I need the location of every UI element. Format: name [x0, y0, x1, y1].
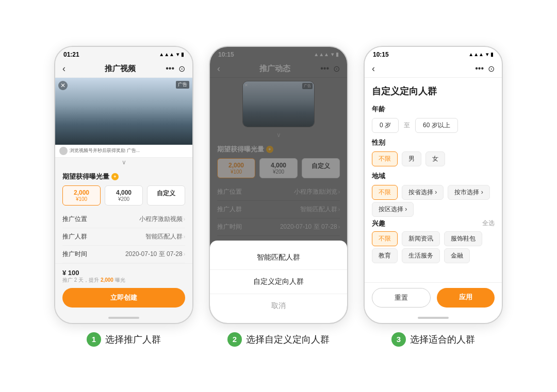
- form-label-1-2: 推广时间: [62, 250, 87, 259]
- phone-frame-1: 01:21 ▲▲▲ ▾ ▮ ‹ 推广视频 ••• ⊙: [54, 46, 193, 324]
- arrow-icon-1-1: ›: [184, 234, 185, 240]
- nav-icons-1: ••• ⊙: [166, 64, 185, 74]
- bottom-sheet-2: 智能匹配人群 自定义定向人群 取消: [210, 241, 347, 323]
- phone-section-3: 10:15 ▲▲▲ ▾ ▮ ‹ ••• ⊙ 自定义定向人群: [364, 46, 503, 347]
- custom-title-3: 自定义定向人群: [372, 85, 495, 97]
- interest-tag-3-2[interactable]: 服饰鞋包: [444, 231, 482, 246]
- wifi-icon-3: ▾: [486, 52, 488, 57]
- arrow-icon-1-0: ›: [184, 216, 185, 222]
- form-row-1-1[interactable]: 推广人群 智能匹配人群 ›: [62, 228, 185, 246]
- age-row-3: 0 岁 至 60 岁以上: [372, 118, 495, 133]
- main-container: 01:21 ▲▲▲ ▾ ▮ ‹ 推广视频 ••• ⊙: [21, 46, 536, 347]
- signal-icon: ▲▲▲: [159, 52, 174, 57]
- region-tags-3b: 按区选择 ›: [372, 202, 495, 217]
- footer-price-1: ¥ 100: [62, 269, 79, 277]
- footer-desc-suffix-1: 曝光: [113, 277, 125, 283]
- interest-tag-3-0[interactable]: 不限: [372, 231, 398, 246]
- step-badge-2: 2: [227, 332, 242, 347]
- sheet-item-cancel-2[interactable]: 取消: [210, 294, 347, 318]
- caption-text-2: 选择自定义定向人群: [246, 333, 330, 346]
- back-icon-3[interactable]: ‹: [372, 63, 384, 74]
- gender-tag-3-0[interactable]: 不限: [372, 151, 398, 166]
- home-bar-1: [108, 317, 139, 319]
- sheet-item-2-1[interactable]: 自定义定向人群: [210, 270, 347, 294]
- mini-avatar-1: [59, 147, 68, 155]
- bottom-actions-3: 重置 应用: [365, 282, 502, 313]
- close-btn-1[interactable]: ✕: [58, 81, 68, 90]
- nav-icons-3: ••• ⊙: [475, 64, 495, 74]
- nav-title-1: 推广视频: [75, 64, 166, 74]
- home-bar-3: [418, 317, 449, 319]
- status-icons-1: ▲▲▲ ▾ ▮: [159, 52, 184, 57]
- wifi-icon: ▾: [176, 52, 179, 57]
- back-icon-1[interactable]: ‹: [62, 63, 75, 74]
- target-icon-3[interactable]: ⊙: [488, 64, 495, 74]
- sheet-item-2-0[interactable]: 智能匹配人群: [210, 246, 347, 270]
- form-row-1-2[interactable]: 推广时间 2020-07-10 至 07-28 ›: [62, 246, 185, 263]
- status-icons-3: ▲▲▲ ▾ ▮: [468, 52, 494, 57]
- home-indicator-1: [55, 313, 192, 323]
- phone-footer-1: ¥ 100 推广 2 天，提升 2,000 曝光 立即创建: [55, 263, 192, 313]
- interest-tag-3-5[interactable]: 金融: [444, 248, 470, 263]
- footer-highlight-1: 2,000: [101, 277, 113, 283]
- ad-label-1: 广告: [176, 81, 189, 89]
- create-btn-1[interactable]: 立即创建: [62, 288, 185, 308]
- form-value-1-1: 智能匹配人群 ›: [145, 232, 185, 241]
- form-label-1-0: 推广位置: [62, 215, 87, 224]
- region-tag-3-1[interactable]: 按省选择 ›: [402, 185, 444, 200]
- info-icon-1: +: [111, 173, 119, 180]
- phone-frame-2: 10:15 ▲▲▲ ▾ ▮ ‹ 推广动态 ••• ⊙: [209, 46, 348, 324]
- time-1: 01:21: [63, 51, 79, 58]
- target-icon-1[interactable]: ⊙: [178, 64, 185, 74]
- mini-ad-bar-1: 浏览视频号并秒后获得奖励 广告...: [55, 145, 192, 158]
- more-icon-1[interactable]: •••: [166, 64, 174, 73]
- exposure-btn-1-1[interactable]: 4,000 ¥200: [105, 185, 143, 206]
- age-to-3[interactable]: 60 岁以上: [415, 118, 458, 133]
- form-label-1-1: 推广人群: [62, 232, 87, 241]
- expand-arrow-1[interactable]: ∨: [55, 158, 192, 167]
- interest-tags-3b: 教育 生活服务 金融: [372, 248, 495, 263]
- reset-btn-3[interactable]: 重置: [372, 288, 431, 308]
- gender-tag-3-2[interactable]: 女: [425, 151, 445, 166]
- home-indicator-3: [365, 313, 502, 323]
- step-badge-1: 1: [87, 332, 101, 347]
- caption-2: 2 选择自定义定向人群: [227, 332, 330, 347]
- region-tags-3: 不限 按省选择 › 按市选择 ›: [372, 185, 495, 200]
- more-icon-3[interactable]: •••: [475, 64, 484, 73]
- signal-icon-3: ▲▲▲: [468, 52, 484, 57]
- gender-label-3: 性别: [372, 138, 495, 147]
- region-tag-3-2[interactable]: 按市选择 ›: [448, 185, 489, 200]
- age-sep-3: 至: [404, 121, 410, 130]
- interest-tag-3-3[interactable]: 教育: [372, 248, 398, 263]
- caption-3: 3 选择适合的人群: [391, 332, 475, 347]
- battery-icon-3: ▮: [490, 52, 494, 57]
- caption-text-1: 选择推广人群: [105, 333, 161, 346]
- phone-frame-3: 10:15 ▲▲▲ ▾ ▮ ‹ ••• ⊙ 自定义定向人群: [364, 46, 503, 324]
- region-label-3: 地域: [372, 172, 495, 181]
- phone-section-1: 01:21 ▲▲▲ ▾ ▮ ‹ 推广视频 ••• ⊙: [54, 46, 193, 347]
- apply-btn-3[interactable]: 应用: [437, 288, 495, 308]
- interest-tag-3-4[interactable]: 生活服务: [402, 248, 440, 263]
- exposure-btn-1-2[interactable]: 自定义: [147, 185, 185, 206]
- form-row-1-0[interactable]: 推广位置 小程序激励视频 ›: [62, 211, 185, 228]
- region-tag-3-0[interactable]: 不限: [372, 185, 398, 200]
- footer-desc-prefix-1: 推广 2 天，提升: [62, 277, 101, 283]
- interest-tags-3a: 不限 新闻资讯 服饰鞋包: [372, 231, 495, 246]
- region-tag-3-3[interactable]: 按区选择 ›: [372, 202, 414, 217]
- form-area-1: 期望获得曝光量 + 2,000 ¥100 4,000 ¥200: [55, 167, 192, 263]
- gender-tag-3-1[interactable]: 男: [402, 151, 421, 166]
- footer-info-1: ¥ 100 推广 2 天，提升 2,000 曝光: [62, 269, 185, 284]
- exposure-btn-1-0[interactable]: 2,000 ¥100: [62, 185, 101, 206]
- status-bar-1: 01:21 ▲▲▲ ▾ ▮: [55, 47, 192, 60]
- gender-tags-3: 不限 男 女: [372, 151, 495, 166]
- age-label-3: 年龄: [372, 105, 495, 114]
- select-all-3[interactable]: 全选: [482, 219, 495, 228]
- dark-mask-2: [210, 47, 347, 256]
- exposure-count-1-2: 自定义: [150, 189, 183, 198]
- exposure-price-1-0: ¥100: [65, 196, 98, 202]
- caption-1: 1 选择推广人群: [87, 332, 161, 347]
- nav-bar-3: ‹ ••• ⊙: [365, 60, 502, 78]
- age-from-3[interactable]: 0 岁: [372, 118, 399, 133]
- nav-bar-1: ‹ 推广视频 ••• ⊙: [55, 60, 192, 78]
- interest-tag-3-1[interactable]: 新闻资讯: [402, 231, 440, 246]
